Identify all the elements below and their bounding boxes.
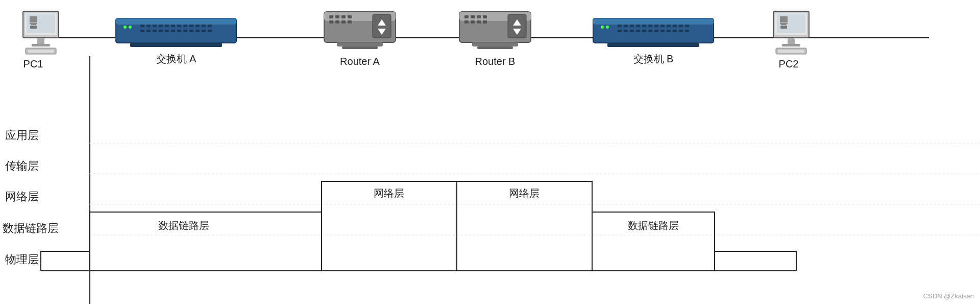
svg-rect-47: [335, 20, 339, 24]
svg-rect-81: [673, 25, 677, 27]
pc1-icon: [20, 10, 61, 56]
main-container: PC1: [0, 0, 980, 304]
svg-rect-29: [165, 30, 169, 32]
svg-rect-19: [177, 25, 181, 27]
pc2-label: PC2: [768, 58, 809, 70]
svg-rect-95: [685, 30, 689, 32]
router-b-icon: [457, 9, 533, 53]
svg-rect-64: [483, 20, 487, 24]
svg-rect-30: [171, 30, 175, 32]
svg-rect-36: [208, 30, 212, 32]
svg-rect-34: [195, 30, 200, 32]
svg-rect-12: [116, 18, 236, 25]
svg-rect-20: [183, 25, 187, 27]
svg-rect-60: [483, 15, 487, 18]
svg-rect-78: [654, 25, 658, 27]
svg-rect-44: [341, 15, 346, 18]
svg-rect-22: [195, 25, 200, 27]
switch-b-device: 交换机 B: [592, 14, 715, 63]
network-layer-label: 网络层: [5, 189, 39, 204]
physical-layer-label: 物理层: [5, 252, 39, 267]
svg-rect-71: [593, 18, 714, 25]
svg-rect-82: [679, 25, 683, 27]
svg-rect-48: [341, 20, 346, 24]
svg-rect-53: [337, 42, 383, 46]
svg-point-37: [124, 26, 127, 29]
transport-layer-label: 传输层: [5, 158, 39, 174]
router-b-device: Router B: [457, 9, 533, 66]
svg-point-38: [129, 26, 132, 29]
svg-rect-57: [464, 15, 469, 18]
svg-rect-16: [159, 25, 163, 27]
svg-rect-75: [636, 25, 640, 27]
svg-rect-24: [208, 25, 212, 27]
svg-rect-74: [630, 25, 634, 27]
router-a-network-label: 网络层: [374, 188, 404, 199]
svg-point-96: [601, 26, 604, 29]
svg-rect-2: [37, 38, 44, 44]
svg-rect-27: [153, 30, 157, 32]
switch-a-device: 交换机 A: [115, 14, 237, 63]
svg-rect-91: [660, 30, 665, 32]
svg-rect-59: [477, 15, 481, 18]
svg-rect-61: [464, 20, 469, 24]
left-vertical-line: [89, 56, 90, 304]
svg-rect-58: [471, 15, 475, 18]
svg-rect-107: [780, 22, 788, 24]
svg-point-97: [606, 26, 609, 29]
svg-rect-89: [648, 30, 652, 32]
svg-rect-108: [781, 24, 787, 25]
svg-rect-68: [472, 42, 518, 46]
pc2-device: PC2: [771, 10, 812, 70]
app-layer-label: 应用层: [5, 128, 39, 143]
router-b-network-label: 网络层: [509, 188, 540, 199]
svg-rect-42: [329, 15, 333, 18]
svg-rect-72: [618, 25, 622, 27]
switch-a-label: 交换机 A: [125, 52, 227, 66]
svg-rect-13: [140, 25, 144, 27]
svg-rect-43: [335, 15, 339, 18]
svg-rect-18: [171, 25, 175, 27]
svg-rect-93: [673, 30, 677, 32]
svg-rect-94: [679, 30, 683, 32]
svg-rect-10: [30, 26, 37, 29]
pc1-device: PC1: [20, 10, 61, 70]
svg-rect-8: [30, 22, 37, 24]
pc2-icon: [771, 10, 812, 56]
svg-rect-90: [654, 30, 658, 32]
watermark: CSDN @Zkaisen: [923, 292, 974, 300]
svg-rect-80: [667, 25, 671, 27]
svg-rect-31: [177, 30, 181, 32]
switch-b-label: 交换机 B: [602, 52, 704, 66]
svg-rect-77: [648, 25, 652, 27]
svg-rect-9: [31, 24, 36, 25]
svg-rect-84: [618, 30, 622, 32]
svg-rect-102: [782, 44, 800, 46]
svg-rect-3: [32, 44, 50, 46]
router-a-device: Router A: [322, 9, 398, 66]
svg-rect-46: [329, 20, 333, 24]
svg-rect-23: [202, 25, 206, 27]
svg-rect-33: [189, 30, 193, 32]
svg-rect-45: [348, 15, 352, 18]
svg-rect-49: [348, 20, 352, 24]
svg-rect-35: [202, 30, 206, 32]
svg-rect-25: [140, 30, 144, 32]
router-a-icon: [322, 9, 398, 53]
svg-rect-69: [477, 46, 513, 49]
svg-rect-85: [624, 30, 628, 32]
svg-rect-98: [607, 43, 699, 47]
router-b-label: Router B: [457, 56, 533, 67]
svg-rect-73: [624, 25, 628, 27]
svg-rect-26: [146, 30, 151, 32]
svg-rect-63: [477, 20, 481, 24]
switch-b-inner-label: 数据链路层: [628, 220, 679, 231]
svg-rect-32: [183, 30, 187, 32]
svg-rect-88: [642, 30, 646, 32]
svg-rect-62: [471, 20, 475, 24]
svg-rect-92: [667, 30, 671, 32]
svg-rect-5: [28, 50, 54, 53]
svg-rect-54: [342, 46, 378, 49]
svg-rect-17: [165, 25, 169, 27]
svg-rect-28: [159, 30, 163, 32]
